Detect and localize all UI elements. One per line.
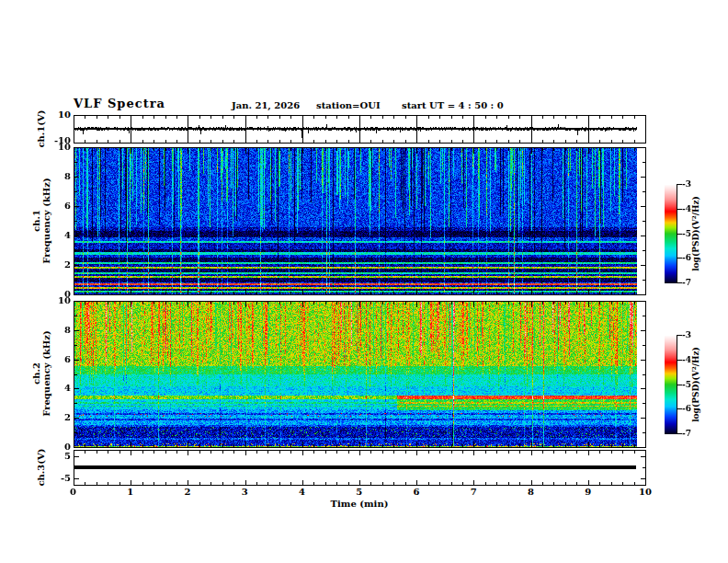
colorbar-ch2 (665, 335, 683, 434)
ch1-spec-ytick: 6 (40, 201, 71, 211)
ch2-frequency-axis-label-line1: ch.2 (31, 330, 41, 416)
ch2-frequency-axis-label: ch.2 Frequency (kHz) (31, 330, 51, 416)
ch3-wave-ytick: 5 (40, 451, 71, 461)
ch2-spec-ytick: 6 (40, 354, 71, 364)
colorbar-tick: -5 (682, 380, 704, 390)
time-xtick: 5 (347, 487, 371, 497)
time-xtick: 3 (233, 487, 256, 497)
vlf-spectra-figure: VLF Spectra Jan. 21, 2026 station=OUI st… (0, 0, 728, 563)
date-label: Jan. 21, 2026 (232, 100, 300, 110)
time-xtick: 7 (461, 487, 485, 497)
time-xtick: 0 (62, 487, 85, 497)
ch1-spec-ytick: 2 (40, 259, 71, 270)
time-xtick: 1 (119, 487, 142, 497)
colorbar-tick: -4 (682, 355, 704, 365)
ch2-spectrogram-panel (74, 301, 646, 448)
ch3-waveform-panel (74, 450, 646, 486)
ch1-frequency-axis-label-line2: Frequency (kHz) (41, 178, 51, 263)
ch1-wave-ytick: 10 (40, 109, 71, 120)
time-xtick: 9 (576, 487, 600, 497)
ch1-spec-ytick: 10 (40, 142, 71, 152)
colorbar-tick: -5 (682, 229, 704, 239)
time-xtick: 6 (404, 487, 428, 497)
time-axis-label: Time (min) (331, 499, 389, 509)
time-xtick: 8 (519, 487, 543, 497)
colorbar-tick: -7 (682, 278, 704, 288)
colorbar-tick: -3 (682, 330, 704, 340)
colorbar-tick: -6 (682, 404, 704, 414)
ch3-wave-ytick: -5 (40, 473, 71, 483)
ch1-spec-ytick: 8 (40, 171, 71, 181)
colorbar-tick: -7 (682, 429, 704, 439)
time-xtick: 10 (633, 487, 657, 497)
ch2-spec-ytick: 4 (40, 383, 71, 393)
station-label: station=OUI (316, 100, 381, 110)
plot-title: VLF Spectra (74, 97, 165, 110)
ch1-waveform-panel (74, 115, 646, 144)
time-xtick: 4 (290, 487, 314, 497)
ch1-spec-ytick: 4 (40, 230, 71, 240)
start-time-label: start UT = 4 : 50 : 0 (402, 100, 504, 110)
ch1-spectrogram-panel (74, 147, 646, 295)
colorbar-tick: -4 (682, 204, 704, 214)
colorbar-ch1 (665, 184, 683, 283)
ch2-spec-ytick: 8 (40, 325, 71, 335)
ch1-frequency-axis-label: ch.1 Frequency (kHz) (31, 178, 51, 263)
time-xtick: 2 (176, 487, 199, 497)
ch2-spec-ytick: 10 (40, 295, 71, 305)
ch1-frequency-axis-label-line1: ch.1 (31, 178, 41, 263)
ch2-spec-ytick: 2 (40, 412, 71, 422)
ch2-frequency-axis-label-line2: Frequency (kHz) (41, 330, 51, 416)
colorbar-tick: -3 (682, 179, 704, 190)
colorbar-tick: -6 (682, 253, 704, 263)
